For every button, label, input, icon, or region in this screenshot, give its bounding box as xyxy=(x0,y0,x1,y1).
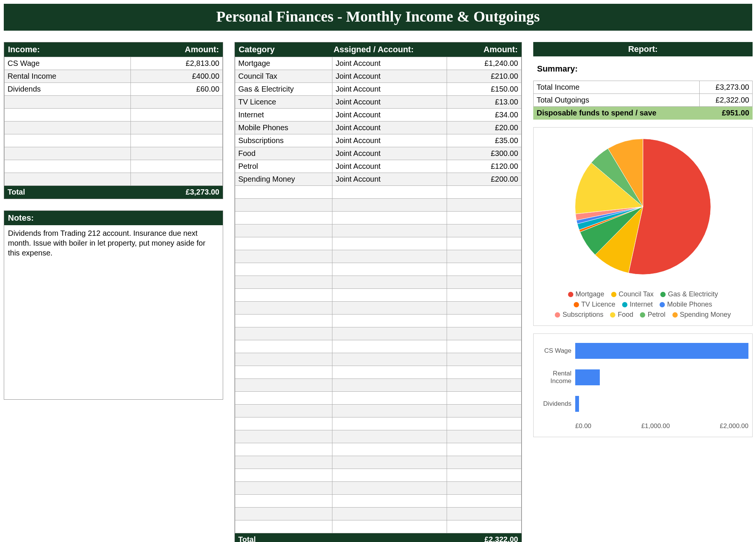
outgoing-amount[interactable]: £210.00 xyxy=(447,70,522,83)
table-row[interactable]: Rental Income£400.00 xyxy=(5,70,223,83)
outgoing-category[interactable]: Council Tax xyxy=(235,70,332,83)
table-row[interactable]: MortgageJoint Account£1,240.00 xyxy=(235,57,522,70)
outgoing-assigned[interactable]: Joint Account xyxy=(332,57,447,70)
outgoing-category[interactable]: TV Licence xyxy=(235,96,332,109)
outgoings-header-category: Category xyxy=(239,45,334,55)
outgoing-assigned[interactable]: Joint Account xyxy=(332,121,447,134)
outgoing-category[interactable]: Subscriptions xyxy=(235,134,332,147)
outgoing-amount[interactable]: £35.00 xyxy=(447,134,522,147)
legend-item: Spending Money xyxy=(672,311,731,319)
outgoing-assigned[interactable]: Joint Account xyxy=(332,134,447,147)
table-row[interactable] xyxy=(235,237,522,250)
outgoing-amount[interactable]: £120.00 xyxy=(447,160,522,173)
table-row[interactable] xyxy=(235,482,522,495)
income-label[interactable]: Dividends xyxy=(5,83,131,96)
table-row[interactable] xyxy=(5,96,223,109)
table-row[interactable]: Mobile PhonesJoint Account£20.00 xyxy=(235,121,522,134)
pie-legend: MortgageCouncil TaxGas & ElectricityTV L… xyxy=(537,290,748,319)
table-row[interactable] xyxy=(5,121,223,134)
table-row[interactable] xyxy=(235,250,522,263)
table-row[interactable] xyxy=(235,289,522,302)
table-row[interactable] xyxy=(235,327,522,340)
summary-table: Total Income£3,273.00Total Outgoings£2,3… xyxy=(533,81,753,120)
table-row[interactable] xyxy=(235,392,522,405)
table-row[interactable] xyxy=(235,353,522,366)
table-row[interactable] xyxy=(235,302,522,315)
table-row[interactable]: SubscriptionsJoint Account£35.00 xyxy=(235,134,522,147)
income-label[interactable]: CS Wage xyxy=(5,57,131,70)
table-row[interactable] xyxy=(5,147,223,160)
outgoing-amount[interactable]: £1,240.00 xyxy=(447,57,522,70)
bar-fill xyxy=(575,396,579,412)
outgoing-category[interactable]: Internet xyxy=(235,109,332,121)
table-row[interactable] xyxy=(235,520,522,533)
outgoing-amount[interactable]: £150.00 xyxy=(447,83,522,96)
table-row[interactable] xyxy=(235,224,522,237)
outgoing-category[interactable]: Petrol xyxy=(235,160,332,173)
outgoing-category[interactable]: Food xyxy=(235,147,332,160)
table-row[interactable]: Gas & ElectricityJoint Account£150.00 xyxy=(235,83,522,96)
legend-dot xyxy=(611,292,616,297)
table-row[interactable] xyxy=(235,315,522,327)
outgoing-amount[interactable]: £13.00 xyxy=(447,96,522,109)
income-amount[interactable]: £2,813.00 xyxy=(131,57,223,70)
table-row[interactable] xyxy=(235,366,522,379)
table-row[interactable]: CS Wage£2,813.00 xyxy=(5,57,223,70)
disposable-amount: £951.00 xyxy=(700,107,753,120)
outgoing-assigned[interactable]: Joint Account xyxy=(332,160,447,173)
table-row[interactable]: InternetJoint Account£34.00 xyxy=(235,109,522,121)
outgoing-category[interactable]: Spending Money xyxy=(235,173,332,186)
income-total-label: Total xyxy=(5,186,131,199)
table-row[interactable]: Dividends£60.00 xyxy=(5,83,223,96)
table-row[interactable] xyxy=(5,160,223,173)
outgoing-amount[interactable]: £34.00 xyxy=(447,109,522,121)
table-row[interactable] xyxy=(235,340,522,353)
notes-body[interactable]: Dividends from Trading 212 account. Insu… xyxy=(4,225,223,399)
axis-tick: £2,000.00 xyxy=(720,422,748,430)
table-row[interactable]: FoodJoint Account£300.00 xyxy=(235,147,522,160)
table-row[interactable] xyxy=(235,417,522,430)
table-row[interactable]: Spending MoneyJoint Account£200.00 xyxy=(235,173,522,186)
table-row[interactable] xyxy=(235,469,522,482)
outgoing-amount[interactable]: £20.00 xyxy=(447,121,522,134)
table-row[interactable] xyxy=(235,443,522,456)
income-amount[interactable]: £60.00 xyxy=(131,83,223,96)
table-row[interactable] xyxy=(235,379,522,392)
bar-row: CS Wage xyxy=(537,343,748,359)
table-row[interactable] xyxy=(235,508,522,520)
outgoing-category[interactable]: Mobile Phones xyxy=(235,121,332,134)
table-row[interactable]: PetrolJoint Account£120.00 xyxy=(235,160,522,173)
outgoing-amount[interactable]: £300.00 xyxy=(447,147,522,160)
table-row[interactable] xyxy=(235,495,522,508)
table-row[interactable] xyxy=(235,405,522,417)
table-row[interactable] xyxy=(5,109,223,121)
outgoing-category[interactable]: Mortgage xyxy=(235,57,332,70)
income-header-label: Income: xyxy=(8,45,40,55)
table-row[interactable]: TV LicenceJoint Account£13.00 xyxy=(235,96,522,109)
table-row[interactable] xyxy=(235,430,522,443)
report-panel: Report: Summary: Total Income£3,273.00To… xyxy=(533,42,753,437)
outgoing-assigned[interactable]: Joint Account xyxy=(332,83,447,96)
outgoing-category[interactable]: Gas & Electricity xyxy=(235,83,332,96)
table-row[interactable] xyxy=(5,173,223,186)
outgoings-total-label: Total xyxy=(235,533,447,542)
outgoing-assigned[interactable]: Joint Account xyxy=(332,70,447,83)
outgoing-assigned[interactable]: Joint Account xyxy=(332,173,447,186)
outgoing-amount[interactable]: £200.00 xyxy=(447,173,522,186)
legend-item: Food xyxy=(610,311,633,319)
legend-label: Petrol xyxy=(647,311,665,319)
table-row[interactable] xyxy=(235,263,522,276)
table-row[interactable] xyxy=(235,199,522,212)
table-row[interactable] xyxy=(235,212,522,224)
income-amount[interactable]: £400.00 xyxy=(131,70,223,83)
outgoing-assigned[interactable]: Joint Account xyxy=(332,147,447,160)
outgoing-assigned[interactable]: Joint Account xyxy=(332,96,447,109)
table-row[interactable] xyxy=(235,276,522,289)
table-row[interactable] xyxy=(5,134,223,147)
table-row[interactable] xyxy=(235,186,522,199)
table-row[interactable]: Council TaxJoint Account£210.00 xyxy=(235,70,522,83)
table-row[interactable] xyxy=(235,456,522,469)
outgoing-assigned[interactable]: Joint Account xyxy=(332,109,447,121)
outgoings-table: MortgageJoint Account£1,240.00Council Ta… xyxy=(235,57,522,542)
income-label[interactable]: Rental Income xyxy=(5,70,131,83)
